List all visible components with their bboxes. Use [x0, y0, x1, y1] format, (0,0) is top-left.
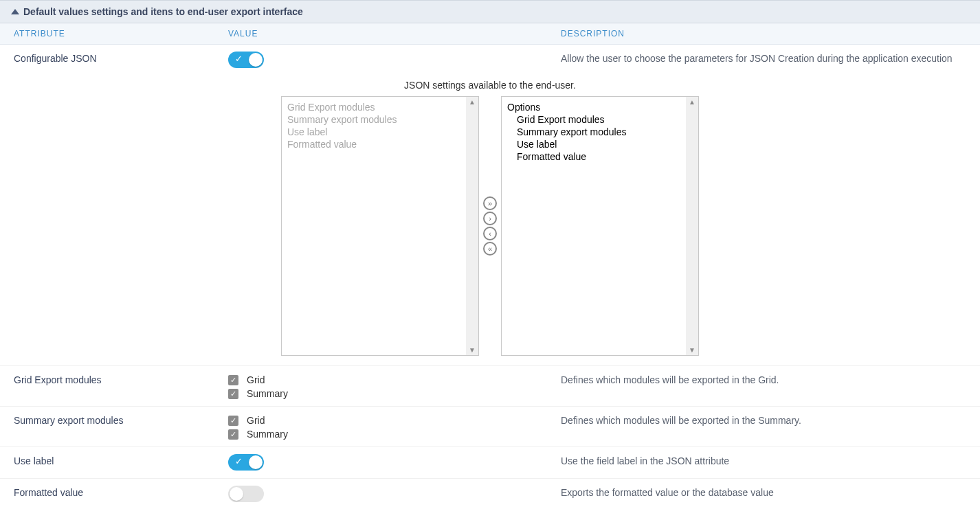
dual-list-section: JSON settings available to the end-user.… — [0, 76, 980, 366]
row-grid-export-modules: Grid Export modules ✓ Grid ✓ Summary Def… — [0, 366, 980, 407]
header-description: DESCRIPTION — [561, 29, 980, 38]
dual-list-caption: JSON settings available to the end-user. — [14, 80, 966, 91]
checkbox-label: Summary — [247, 387, 288, 400]
checkbox-summary[interactable]: ✓ — [228, 389, 238, 399]
desc-text: Exports the formatted value or the datab… — [561, 484, 980, 498]
scroll-up-icon[interactable]: ▲ — [469, 97, 476, 107]
checkbox-label: Grid — [247, 373, 265, 387]
list-item[interactable]: Summary export modules — [507, 126, 680, 138]
checkbox-label: Summary — [247, 427, 288, 441]
desc-text: Allow the user to choose the parameters … — [561, 50, 980, 64]
desc-text: Defines which modules will be exported i… — [561, 372, 980, 385]
desc-text: Use the field label in the JSON attribut… — [561, 453, 980, 466]
list-item[interactable]: Grid Export modules — [287, 101, 460, 113]
checkbox-grid[interactable]: ✓ — [228, 416, 238, 426]
attr-label: Configurable JSON — [0, 50, 228, 64]
list-item[interactable]: Grid Export modules — [507, 113, 680, 126]
row-use-label: Use label Use the field label in the JSO… — [0, 447, 980, 479]
list-item[interactable]: Use label — [507, 138, 680, 150]
collapse-triangle-icon — [11, 9, 19, 14]
selected-listbox[interactable]: Options Grid Export modules Summary expo… — [501, 96, 699, 356]
list-item[interactable]: Formatted value — [507, 150, 680, 163]
move-all-right-button[interactable]: » — [483, 196, 497, 210]
checkbox-grid[interactable]: ✓ — [228, 375, 238, 385]
move-left-button[interactable]: ‹ — [483, 227, 497, 240]
desc-text: Defines which modules will be exported i… — [561, 412, 980, 426]
attr-label: Summary export modules — [0, 412, 228, 426]
available-listbox[interactable]: Grid Export modules Summary export modul… — [281, 96, 479, 356]
scrollbar[interactable]: ▲ ▼ — [686, 97, 698, 355]
move-all-left-button[interactable]: « — [483, 242, 497, 256]
toggle-use-label[interactable] — [228, 454, 264, 471]
list-item[interactable]: Formatted value — [287, 138, 460, 150]
list-group-label[interactable]: Options — [507, 101, 680, 113]
attr-label: Grid Export modules — [0, 372, 228, 385]
scrollbar[interactable]: ▲ ▼ — [466, 97, 478, 355]
attr-label: Formatted value — [0, 484, 228, 498]
scroll-up-icon[interactable]: ▲ — [689, 97, 695, 107]
attr-label: Use label — [0, 453, 228, 466]
row-formatted-value: Formatted value Exports the formatted va… — [0, 479, 980, 509]
header-value: VALUE — [228, 29, 561, 38]
move-right-button[interactable]: › — [483, 212, 497, 225]
transfer-buttons: » › ‹ « — [483, 196, 497, 256]
table-header-row: ATTRIBUTE VALUE DESCRIPTION — [0, 23, 980, 45]
toggle-formatted-value[interactable] — [228, 486, 264, 502]
checkbox-label: Grid — [247, 414, 265, 427]
section-header[interactable]: Default values settings and itens to end… — [0, 0, 980, 23]
scroll-down-icon[interactable]: ▼ — [689, 345, 695, 355]
header-attribute: ATTRIBUTE — [0, 29, 228, 38]
checkbox-summary[interactable]: ✓ — [228, 429, 238, 440]
row-configurable-json: Configurable JSON Allow the user to choo… — [0, 45, 980, 76]
toggle-configurable-json[interactable] — [228, 52, 264, 68]
list-item[interactable]: Summary export modules — [287, 113, 460, 126]
section-title: Default values settings and itens to end… — [23, 6, 303, 17]
list-item[interactable]: Use label — [287, 126, 460, 138]
scroll-down-icon[interactable]: ▼ — [469, 345, 476, 355]
row-summary-export-modules: Summary export modules ✓ Grid ✓ Summary … — [0, 407, 980, 447]
